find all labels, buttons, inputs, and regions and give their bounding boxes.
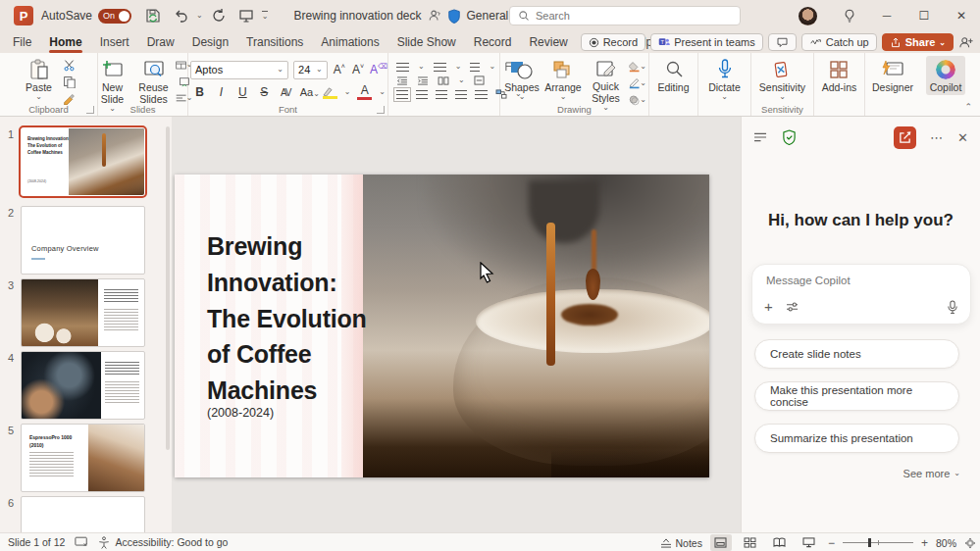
add-content-icon[interactable]: + (764, 298, 773, 315)
change-case-button[interactable]: Aa⌄ (300, 86, 316, 98)
tab-home[interactable]: Home (40, 31, 90, 53)
sensitivity-shield-icon[interactable] (447, 9, 461, 24)
reuse-slides-button[interactable]: Reuse Slides (134, 56, 174, 107)
font-size-select[interactable]: 24⌄ (293, 61, 328, 79)
shapes-button[interactable]: Shapes ⌄ (502, 56, 542, 103)
italic-button[interactable]: I (214, 85, 229, 99)
autosave-toggle[interactable]: On (98, 9, 131, 24)
normal-view-button[interactable] (710, 534, 732, 551)
dictate-button[interactable]: Dictate ⌄ (705, 56, 745, 103)
search-bar[interactable] (509, 6, 741, 25)
format-painter-icon[interactable] (61, 91, 78, 105)
tab-design[interactable]: Design (183, 31, 237, 53)
highlight-button[interactable] (323, 86, 337, 99)
thumbnail-slide-2[interactable]: 2 Company Overview (0, 205, 172, 276)
share-button[interactable]: Share ⌄ (882, 33, 954, 51)
maximize-button[interactable]: ☐ (905, 0, 943, 31)
shrink-font-button[interactable]: A˅ (351, 63, 365, 76)
distributed-icon[interactable] (475, 90, 488, 99)
bold-button[interactable]: B (192, 85, 207, 99)
suggestion-summarize[interactable]: Summarize this presentation (754, 424, 959, 453)
strikethrough-button[interactable]: S (257, 85, 272, 99)
minimize-button[interactable]: ─ (868, 0, 905, 31)
see-more-link[interactable]: See more⌄ (903, 468, 960, 479)
record-button[interactable]: Record (581, 33, 645, 51)
display-settings-icon[interactable] (75, 536, 88, 548)
options-sliders-icon[interactable] (786, 301, 799, 313)
accessibility-checker[interactable]: Accessibility: Good to go (98, 536, 228, 549)
zoom-level[interactable]: 80% (936, 537, 956, 549)
catch-up-button[interactable]: Catch up (801, 33, 877, 51)
copy-icon[interactable] (61, 75, 78, 88)
chat-menu-icon[interactable] (753, 131, 768, 143)
cut-icon[interactable] (61, 58, 78, 72)
shape-outline-icon[interactable]: ⌄ (629, 76, 646, 90)
add-people-icon[interactable] (958, 35, 974, 49)
collapse-ribbon-chevron[interactable]: ⌃ (964, 102, 972, 112)
slide-number-indicator[interactable]: Slide 1 of 12 (8, 536, 65, 548)
lightbulb-icon[interactable] (831, 0, 868, 31)
align-left-icon[interactable] (396, 90, 408, 99)
font-name-select[interactable]: Aptos⌄ (190, 61, 288, 79)
start-slideshow-icon[interactable] (234, 4, 258, 27)
shape-fill-icon[interactable]: ⌄ (629, 60, 646, 74)
document-title[interactable]: Brewing innovation deck (293, 9, 421, 23)
suggestion-create-slide-notes[interactable]: Create slide notes (754, 339, 959, 369)
columns-icon[interactable] (438, 76, 449, 85)
thumbnail-slide-4[interactable]: 4 (0, 350, 172, 422)
reading-view-button[interactable] (769, 534, 791, 551)
slide-photo[interactable] (363, 175, 709, 477)
tab-slide-show[interactable]: Slide Show (388, 31, 465, 53)
close-copilot-icon[interactable]: ✕ (957, 130, 968, 145)
underline-button[interactable]: U (235, 85, 250, 99)
thumbnail-slide-5[interactable]: 5 EspressoPro 1000 (2010) (0, 423, 172, 494)
font-dialog-launcher[interactable] (377, 106, 385, 114)
tab-insert[interactable]: Insert (91, 31, 138, 53)
fit-to-window-icon[interactable] (964, 537, 976, 549)
tab-record[interactable]: Record (465, 31, 521, 53)
tab-review[interactable]: Review (520, 31, 576, 53)
align-text-icon[interactable] (474, 75, 485, 85)
thumbnail-slide-3[interactable]: 3 (0, 277, 172, 349)
tab-file[interactable]: File (4, 31, 40, 53)
font-color-button[interactable]: A (357, 84, 372, 100)
slide-subtitle-text[interactable]: (2008-2024) (207, 406, 274, 420)
shield-check-icon[interactable] (782, 129, 797, 145)
slide-title-text[interactable]: Brewing Innovation: The Evolution of Cof… (207, 228, 382, 409)
editing-button[interactable]: Editing (654, 56, 694, 95)
slideshow-view-button[interactable] (799, 534, 820, 551)
align-center-icon[interactable] (416, 90, 428, 99)
paste-button[interactable]: Paste ⌄ (20, 56, 59, 103)
close-button[interactable]: ✕ (943, 0, 980, 31)
sensitivity-button[interactable]: Sensitivity ⌄ (756, 56, 808, 103)
arrange-button[interactable]: Arrange ⌄ (543, 56, 583, 103)
slide-sorter-view-button[interactable] (740, 534, 761, 551)
more-options-icon[interactable]: ⋯ (930, 130, 944, 145)
zoom-slider-thumb[interactable] (868, 538, 871, 547)
copilot-message-input[interactable] (766, 275, 943, 286)
undo-icon[interactable] (169, 4, 192, 27)
thumbnail-slide-1[interactable]: 1 Brewing Innovation: The Evolution of C… (0, 126, 172, 198)
thumbnail-scrollbar[interactable] (166, 126, 170, 450)
increase-indent-icon[interactable] (417, 76, 429, 85)
zoom-slider[interactable] (843, 542, 913, 543)
bullets-icon[interactable] (396, 63, 409, 72)
powerpoint-logo-icon[interactable]: P (14, 6, 33, 25)
tab-transitions[interactable]: Transitions (237, 31, 312, 53)
clear-formatting-button[interactable]: A⌫ (370, 63, 386, 76)
user-avatar[interactable] (799, 7, 817, 25)
tab-draw[interactable]: Draw (138, 31, 183, 53)
justify-icon[interactable] (455, 90, 467, 99)
thumbnail-slide-6[interactable]: 6 (0, 495, 172, 532)
zoom-in-button[interactable]: + (921, 536, 928, 550)
highlight-chevron[interactable]: ⌄ (344, 88, 351, 96)
tab-animations[interactable]: Animations (312, 31, 387, 53)
designer-button[interactable]: Designer (869, 56, 916, 95)
present-in-teams-button[interactable]: T Present in teams (650, 33, 763, 51)
redo-icon[interactable] (207, 4, 231, 27)
character-spacing-button[interactable]: AV (279, 87, 293, 98)
slide-1-editor[interactable]: Brewing Innovation: The Evolution of Cof… (175, 175, 709, 477)
decrease-indent-icon[interactable] (396, 76, 408, 85)
grow-font-button[interactable]: A˄ (333, 63, 346, 76)
undo-dropdown-chevron[interactable]: ⌄ (196, 12, 203, 20)
